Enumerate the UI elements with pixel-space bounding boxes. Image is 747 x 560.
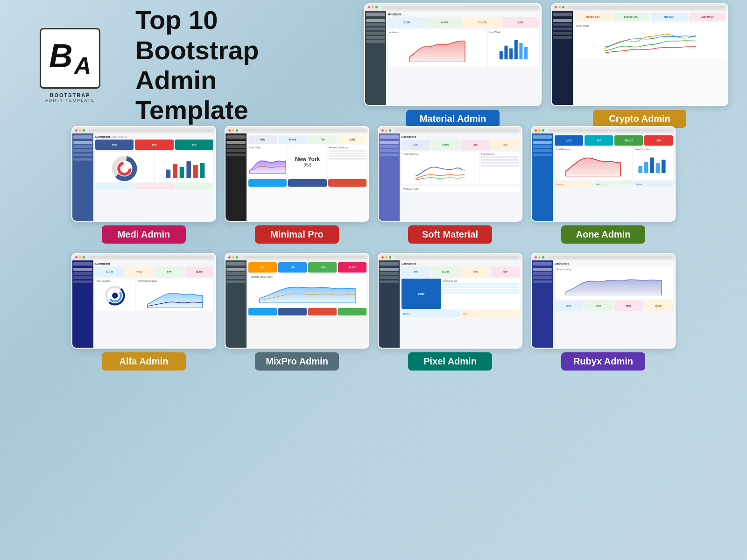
header-row: B A BOOTSTRAP ADMIN TEMPLATE Top 10 Boot…: [19, 14, 728, 117]
svg-rect-3: [514, 40, 518, 59]
top-templates-row: Analysis 10,589 14,589 $18,658 5,582 A: [342, 3, 728, 128]
medi-admin-label: Medi Admin: [102, 225, 186, 244]
alfa-admin-label: Alfa Admin: [102, 352, 186, 371]
pixel-admin-label: Pixel Admin: [408, 352, 492, 371]
material-admin-label: Material Admin: [406, 110, 500, 128]
pixel-admin-card[interactable]: Dashboard 845 $2,388 2045 569 96887 Bran: [378, 253, 522, 371]
mixpro-admin-screenshot: 482 248 1,609 46,562 Products Yearly Sal…: [225, 253, 369, 349]
aone-admin-screenshot: 5,315 428 $88,325 528 Total Revenue: [531, 126, 676, 222]
svg-rect-1: [505, 45, 508, 59]
minimal-pro-card[interactable]: 90% 49,462 768 2,063 Area Chart: [225, 126, 369, 244]
material-admin-card[interactable]: Analysis 10,589 14,589 $18,658 5,582 A: [364, 3, 542, 128]
minimal-pro-screenshot: 90% 49,462 768 2,063 Area Chart: [225, 126, 369, 222]
aone-admin-label: Aone Admin: [561, 225, 645, 244]
crypto-admin-card[interactable]: Bitcoin BTC Litecoin LTC Neo NEO Dash DA…: [551, 3, 728, 128]
logo-letter-a: A: [74, 52, 91, 79]
material-admin-screenshot: Analysis 10,589 14,589 $18,658 5,582 A: [364, 3, 542, 106]
svg-rect-19: [662, 160, 666, 173]
svg-rect-4: [520, 42, 523, 59]
svg-rect-14: [200, 163, 205, 178]
aone-admin-card[interactable]: 5,315 428 $88,325 528 Total Revenue: [531, 126, 676, 244]
svg-rect-12: [186, 161, 191, 178]
crypto-admin-screenshot: Bitcoin BTC Litecoin LTC Neo NEO Dash DA…: [551, 3, 728, 106]
svg-rect-2: [509, 48, 513, 59]
svg-rect-9: [166, 170, 170, 178]
middle-templates-row: Dashboard Control panel 60% 50% 47%: [19, 126, 728, 244]
svg-rect-15: [639, 166, 643, 173]
minimal-pro-label: Minimal Pro: [255, 225, 339, 244]
svg-rect-0: [500, 51, 503, 59]
soft-material-card[interactable]: Dashboard 1547 $4609 248 809 Traffic Sou…: [378, 126, 522, 244]
svg-rect-10: [173, 164, 177, 178]
logo-top-text: BOOTSTRAP: [49, 92, 90, 98]
rubyx-admin-card[interactable]: Dashboard Server loading: [531, 253, 676, 371]
mixpro-admin-card[interactable]: 482 248 1,609 46,562 Products Yearly Sal…: [225, 253, 369, 371]
rubyx-admin-screenshot: Dashboard Server loading: [531, 253, 676, 349]
svg-rect-16: [644, 162, 648, 173]
soft-material-screenshot: Dashboard 1547 $4609 248 809 Traffic Sou…: [378, 126, 522, 222]
logo-box: B A: [40, 28, 100, 89]
svg-rect-5: [524, 47, 528, 59]
rubyx-admin-label: Rubyx Admin: [561, 352, 645, 371]
title-section: Top 10 Bootstrap Admin Template: [135, 5, 328, 126]
mixpro-admin-label: MixPro Admin: [255, 352, 339, 371]
logo-letter-b: B: [49, 37, 73, 75]
svg-rect-17: [650, 157, 654, 173]
main-title: Top 10 Bootstrap Admin Template: [135, 5, 328, 126]
medi-admin-screenshot: Dashboard Control panel 60% 50% 47%: [71, 126, 216, 222]
svg-point-23: [112, 293, 118, 299]
crypto-admin-label: Crypto Admin: [593, 110, 686, 128]
bottom-templates-row: Dashboard 10,145 4,410 80% 15,458 Top Lo…: [19, 253, 728, 371]
alfa-admin-screenshot: Dashboard 10,145 4,410 80% 15,458 Top Lo…: [71, 253, 216, 349]
pixel-admin-screenshot: Dashboard 845 $2,388 2045 569 96887 Bran: [378, 253, 522, 349]
soft-material-label: Soft Material: [408, 225, 492, 244]
alfa-admin-card[interactable]: Dashboard 10,145 4,410 80% 15,458 Top Lo…: [71, 253, 216, 371]
medi-admin-card[interactable]: Dashboard Control panel 60% 50% 47%: [71, 126, 216, 244]
svg-point-8: [119, 163, 130, 174]
svg-rect-11: [180, 167, 184, 178]
svg-rect-18: [656, 163, 660, 173]
main-container: B A BOOTSTRAP ADMIN TEMPLATE Top 10 Boot…: [0, 0, 747, 560]
svg-rect-13: [193, 165, 198, 178]
logo-section: B A BOOTSTRAP ADMIN TEMPLATE: [19, 28, 121, 103]
logo-bottom-text: ADMIN TEMPLATE: [45, 98, 95, 103]
